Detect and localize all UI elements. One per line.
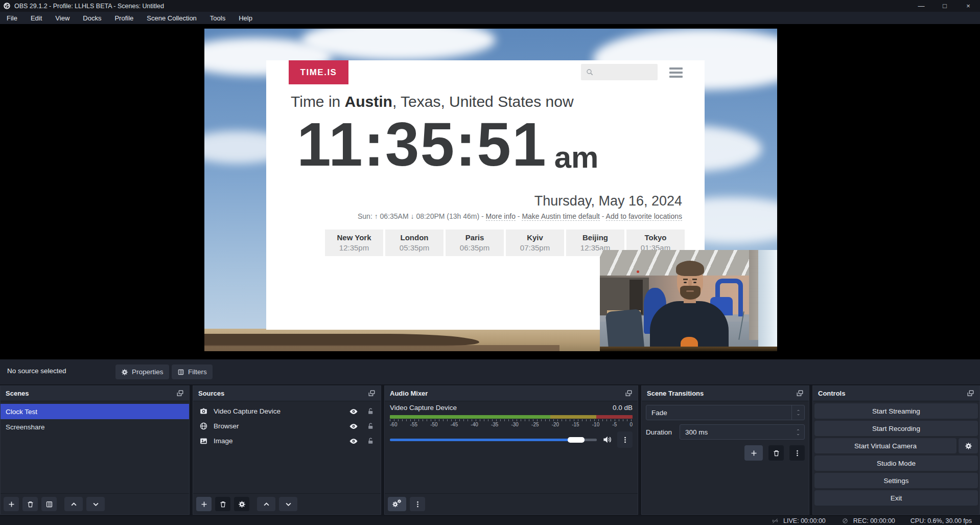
- scene-filters-button[interactable]: [41, 497, 57, 511]
- virtual-camera-config-button[interactable]: [959, 438, 978, 453]
- clock-time: 11:35:51: [297, 113, 547, 175]
- lock-icon[interactable]: [367, 407, 375, 415]
- tick: -15: [572, 422, 579, 427]
- volume-slider[interactable]: [390, 439, 597, 441]
- mixer-channel-menu-button[interactable]: [617, 431, 633, 448]
- source-item-image[interactable]: Image: [193, 433, 381, 448]
- tick: -60: [390, 422, 397, 427]
- city-name: Paris: [446, 233, 504, 242]
- city-name: Kyiv: [506, 233, 564, 242]
- remove-scene-button[interactable]: [22, 497, 38, 511]
- webcam-window: [758, 250, 777, 351]
- popout-icon[interactable]: [368, 390, 376, 397]
- visibility-eye-icon[interactable]: [349, 437, 358, 446]
- menu-tools[interactable]: Tools: [203, 12, 232, 24]
- mixer-toolbar: [385, 493, 638, 514]
- close-button[interactable]: ×: [956, 0, 980, 12]
- mixer-level-db: 0.0 dB: [613, 404, 633, 412]
- scene-transitions-panel: Scene Transitions Fade Duration 300 ms: [641, 385, 809, 515]
- chevron-down-icon: [92, 500, 100, 508]
- settings-button[interactable]: Settings: [814, 473, 978, 488]
- remove-source-button[interactable]: [215, 497, 230, 511]
- source-item-video-capture[interactable]: Video Capture Device: [193, 404, 381, 419]
- mixer-menu-button[interactable]: [410, 497, 425, 511]
- webcam-foreground-chair: [605, 309, 645, 351]
- scene-item-screenshare[interactable]: Screenshare: [1, 419, 189, 435]
- webcam-source[interactable]: [600, 250, 777, 351]
- tick: -40: [471, 422, 478, 427]
- search-icon: [586, 68, 594, 76]
- popout-icon[interactable]: [796, 390, 804, 397]
- move-source-down-button[interactable]: [279, 497, 297, 511]
- tick: -25: [531, 422, 539, 427]
- remove-transition-button[interactable]: [768, 445, 784, 461]
- city-time: 05:35pm: [385, 243, 444, 252]
- studio-mode-button[interactable]: Studio Mode: [814, 455, 978, 471]
- cpu-status: CPU: 0.6%, 30.00 fps: [911, 517, 972, 524]
- properties-button[interactable]: Properties: [115, 364, 169, 379]
- volume-slider-handle[interactable]: [568, 437, 585, 443]
- menu-file[interactable]: File: [0, 12, 24, 24]
- menu-scene-collection[interactable]: Scene Collection: [140, 12, 203, 24]
- obs-logo-icon: [3, 2, 11, 10]
- maximize-button[interactable]: □: [933, 0, 956, 12]
- add-transition-button[interactable]: [744, 445, 763, 461]
- popout-icon[interactable]: [967, 390, 974, 397]
- duration-spinbox[interactable]: 300 ms: [680, 424, 805, 440]
- popout-icon[interactable]: [176, 390, 184, 397]
- separator: -: [600, 212, 606, 220]
- source-item-browser[interactable]: Browser: [193, 419, 381, 433]
- start-virtual-camera-button[interactable]: Start Virtual Camera: [814, 438, 956, 453]
- audio-mixer-title: Audio Mixer: [390, 390, 428, 397]
- chevron-up-icon: [796, 428, 801, 431]
- obs-window: OBS 29.1.2 - Profile: LLHLS BETA - Scene…: [0, 0, 980, 525]
- speaker-icon[interactable]: [602, 435, 612, 445]
- webcam-column: [749, 250, 758, 340]
- chevron-down-icon: [285, 500, 292, 508]
- menu-help[interactable]: Help: [232, 12, 259, 24]
- add-source-button[interactable]: [196, 497, 212, 511]
- menu-docks[interactable]: Docks: [76, 12, 108, 24]
- scene-item-clock-test[interactable]: Clock Test: [1, 404, 189, 419]
- hamburger-menu-icon: [669, 67, 683, 80]
- city-name: Tokyo: [626, 233, 685, 242]
- menu-profile[interactable]: Profile: [108, 12, 140, 24]
- spinner-arrows[interactable]: [796, 428, 801, 436]
- lock-icon[interactable]: [367, 422, 375, 430]
- properties-label: Properties: [132, 368, 164, 376]
- transition-value: Fade: [646, 409, 667, 417]
- visibility-eye-icon[interactable]: [349, 407, 358, 416]
- visibility-eye-icon[interactable]: [349, 422, 358, 431]
- tick: -10: [592, 422, 599, 427]
- start-streaming-button[interactable]: Start Streaming: [814, 403, 978, 419]
- menu-view[interactable]: View: [49, 12, 76, 24]
- rec-status: REC: 00:00:00: [841, 517, 895, 524]
- popout-icon[interactable]: [625, 390, 633, 397]
- transitions-header: Scene Transitions: [642, 386, 809, 401]
- preview-canvas[interactable]: TIME.IS Time in Austin, Texas, United St…: [0, 24, 980, 359]
- move-source-up-button[interactable]: [257, 497, 275, 511]
- advanced-audio-button[interactable]: [388, 497, 406, 511]
- menu-edit[interactable]: Edit: [24, 12, 49, 24]
- timeis-search-box: [581, 64, 658, 80]
- lock-icon[interactable]: [367, 437, 375, 445]
- webcam-person-brow: [683, 279, 688, 280]
- transition-menu-button[interactable]: [789, 445, 805, 461]
- filters-button[interactable]: Filters: [172, 364, 213, 379]
- city-name: London: [385, 233, 444, 242]
- filters-icon: [177, 369, 184, 376]
- minimize-button[interactable]: —: [909, 0, 933, 12]
- transition-select[interactable]: Fade: [646, 405, 805, 420]
- timeis-heading: Time in Austin, Texas, United States now: [291, 93, 574, 110]
- plus-icon: [8, 500, 15, 508]
- webcam-person-hair: [676, 261, 704, 276]
- program-preview[interactable]: TIME.IS Time in Austin, Texas, United St…: [204, 29, 777, 351]
- move-scene-down-button[interactable]: [86, 497, 105, 511]
- add-scene-button[interactable]: [4, 497, 19, 511]
- exit-button[interactable]: Exit: [814, 490, 978, 506]
- webcam-desk-edge: [600, 347, 777, 351]
- start-recording-button[interactable]: Start Recording: [814, 421, 978, 436]
- move-scene-up-button[interactable]: [64, 497, 83, 511]
- world-time-paris: Paris 06:35pm: [446, 230, 504, 256]
- source-properties-button[interactable]: [234, 497, 249, 511]
